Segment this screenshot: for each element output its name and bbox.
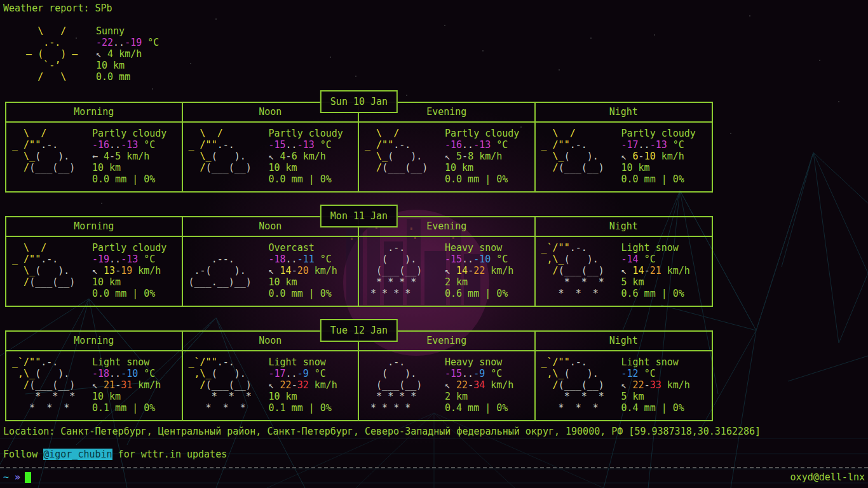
forecast-cell: .--. .-( ). (___.__)__)Overcast-18..-11 … — [183, 237, 360, 306]
terminal-line: .-. — [3, 37, 96, 48]
terminal-line: _ /"".-. — [536, 139, 621, 151]
forecast-details: Partly cloudy-16..-13 °C← 4-5 km/h10 km0… — [92, 128, 182, 185]
terminal-line: ↖ 22-32 km/h — [269, 379, 358, 391]
forecast-cell: \ / _ /"".-. \_( ). /(___(__)Partly clou… — [6, 123, 183, 191]
terminal-line: -12 °C — [621, 368, 712, 379]
forecast-details: Partly cloudy-17..-13 °C↖ 6-10 km/h10 km… — [621, 128, 712, 185]
terminal-line: _ /"".-. — [359, 139, 445, 151]
terminal-line: Partly cloudy — [621, 128, 712, 139]
terminal-line: ↖ 13-19 km/h — [92, 265, 182, 276]
terminal-line: .-( ). — [183, 265, 269, 276]
terminal-line: * * * — [6, 391, 92, 402]
terminal-line: 2 km — [445, 391, 534, 402]
terminal-line: 0.1 mm | 0% — [92, 402, 182, 414]
current-conditions: \ / .-. ― ( ) ― `-’ / \Sunny-22..-19 °C↖… — [3, 25, 223, 83]
terminal-line: 0.0 mm | 0% — [445, 173, 534, 185]
terminal-line: 2 km — [445, 276, 534, 288]
column-header: Morning — [6, 217, 183, 237]
column-header: Morning — [6, 103, 183, 123]
terminal-line: _ /"".-. — [6, 139, 92, 151]
forecast-details: Heavy snow-15..-9 °C↖ 22-34 km/h2 km0.4 … — [445, 356, 534, 414]
terminal-line: /(___(__) — [6, 162, 92, 173]
terminal-line: * * * — [536, 276, 621, 288]
terminal-line: ↖ 14-20 km/h — [269, 265, 358, 276]
terminal-line: \_( ). — [183, 151, 269, 162]
terminal-line: 0.0 mm — [96, 71, 223, 83]
forecast-cell: \ / _ /"".-. \_( ). /(___(__)Partly clou… — [536, 123, 712, 191]
terminal-line: /(___(__) — [6, 276, 92, 288]
terminal-line: ↖ 4-6 km/h — [269, 151, 358, 162]
weather-art-heavy-snow: .-. ( ). (___(__) * * * * * * * * — [359, 356, 445, 414]
terminal-line: _`/"".-. — [183, 356, 269, 368]
terminal-line: 10 km — [269, 276, 358, 288]
terminal-line — [359, 173, 445, 185]
terminal-line: Heavy snow — [445, 356, 534, 368]
forecast-table: MorningNoonEveningNight _`/"".-. ,\_( ).… — [5, 330, 713, 421]
forecast-details: Partly cloudy-16..-13 °C↖ 5-8 km/h10 km0… — [445, 128, 534, 185]
forecast-row: _`/"".-. ,\_( ). /(___(__) * * * * * *Li… — [6, 351, 712, 420]
twitter-handle-link[interactable]: @igor_chubin — [43, 449, 112, 460]
terminal-line: -18..-10 °C — [92, 368, 182, 379]
terminal-line: (___.__)__) — [183, 276, 269, 288]
column-header: Night — [536, 217, 712, 237]
terminal-line: ↖ 22-33 km/h — [621, 379, 712, 391]
terminal-line — [183, 173, 269, 185]
terminal-line: Heavy snow — [445, 242, 534, 254]
terminal-line — [183, 288, 269, 299]
terminal-line: ↖ 4 km/h — [96, 48, 223, 60]
terminal-line: Partly cloudy — [445, 128, 534, 139]
weather-art-partly-cloudy: \ / _ /"".-. \_( ). /(___(__) — [6, 242, 92, 299]
terminal-line: -16..-13 °C — [92, 139, 182, 151]
terminal-line: ,\_( ). — [183, 368, 269, 379]
forecast-days: MorningNoonEveningNight \ / _ /"".-. \_(… — [5, 90, 713, 433]
terminal-line: .-. — [359, 356, 445, 368]
terminal-line: Sunny — [96, 25, 223, 37]
forecast-details: Heavy snow-15..-10 °C↖ 14-22 km/h2 km0.6… — [445, 242, 534, 299]
terminal: Weather report: SPb \ / .-. ― ( ) ― `-’ … — [0, 0, 868, 488]
weather-report-title: Weather report: SPb — [3, 3, 112, 14]
terminal-line: ↖ 21-31 km/h — [92, 379, 182, 391]
terminal-line: ↖ 5-8 km/h — [445, 151, 534, 162]
terminal-line: -17..-9 °C — [269, 368, 358, 379]
date-box: Sun 10 Jan — [320, 90, 398, 113]
terminal-line: ← 4-5 km/h — [92, 151, 182, 162]
terminal-line: _ /"".-. — [6, 254, 92, 265]
terminal-line: ,\_( ). — [6, 368, 92, 379]
terminal-line: Light snow — [621, 242, 712, 254]
terminal-line: 5 km — [621, 391, 712, 402]
weather-art-partly-cloudy: \ / _ /"".-. \_( ). /(___(__) — [359, 128, 445, 185]
date-box: Mon 11 Jan — [320, 205, 398, 227]
terminal-line — [536, 173, 621, 185]
forecast-details: Overcast-18..-11 °C↖ 14-20 km/h10 km0.0 … — [269, 242, 358, 299]
terminal-line: -14 °C — [621, 254, 712, 265]
forecast-cell: \ / _ /"".-. \_( ). /(___(__)Partly clou… — [6, 237, 183, 306]
follow-line: Follow @igor_chubin for wttr.in updates — [3, 449, 227, 460]
terminal-line: 0.0 mm | 0% — [621, 173, 712, 185]
terminal-line: \_( ). — [6, 265, 92, 276]
terminal-line: 10 km — [92, 391, 182, 402]
terminal-line: 5 km — [621, 276, 712, 288]
terminal-line: ↖ 14-22 km/h — [445, 265, 534, 276]
terminal-line: Partly cloudy — [269, 128, 358, 139]
forecast-cell: _`/"".-. ,\_( ). /(___(__) * * * * * *Li… — [183, 351, 360, 420]
follow-prefix: Follow — [3, 449, 43, 460]
terminal-line: * * * * — [359, 391, 445, 402]
forecast-details: Light snow-12 °C↖ 22-33 km/h5 km0.4 mm |… — [621, 356, 712, 414]
forecast-details: Light snow-14 °C↖ 14-21 km/h5 km0.6 mm |… — [621, 242, 712, 299]
terminal-line: * * * * — [359, 276, 445, 288]
terminal-line: 10 km — [269, 162, 358, 173]
terminal-line: \ / — [3, 25, 96, 37]
terminal-line: Light snow — [269, 356, 358, 368]
shell-prompt[interactable]: ~»oxyd@dell-lnx — [3, 471, 865, 483]
terminal-line: /(___(__) — [183, 379, 269, 391]
terminal-line: ( ). — [359, 368, 445, 379]
prompt-path: ~ — [3, 471, 9, 483]
terminal-line: Partly cloudy — [92, 128, 182, 139]
weather-art-light-snow-showers: _`/"".-. ,\_( ). /(___(__) * * * * * * — [536, 242, 621, 299]
terminal-line: * * * * — [359, 288, 445, 299]
terminal-line — [6, 173, 92, 185]
forecast-cell: .-. ( ). (___(__) * * * * * * * *Heavy s… — [359, 237, 536, 306]
forecast-details: Light snow-17..-9 °C↖ 22-32 km/h10 km0.1… — [269, 356, 358, 414]
terminal-line: \_( ). — [536, 151, 621, 162]
terminal-line: (___(__) — [359, 379, 445, 391]
